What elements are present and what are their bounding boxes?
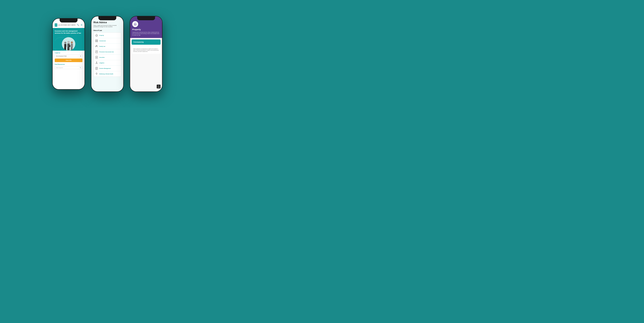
phone-1-screen: LP LC LEGAL PRACTITIONERS' LIABILITY COM… — [52, 19, 84, 89]
law-item-succession[interactable]: Personal & Succession law — [94, 49, 121, 55]
law-item-securities[interactable]: Securities — [94, 55, 121, 60]
property-description: Property work is technical and time crit… — [132, 31, 160, 36]
risk-advice-subtitle: Advice, support and resources to help ou… — [94, 25, 121, 28]
svg-rect-13 — [96, 40, 96, 41]
law-label-litigation: Litigation — [99, 62, 104, 64]
lplc-logo: LP LC LEGAL PRACTITIONERS' LIABILITY COM… — [55, 23, 76, 27]
phone-1-content: I want to Go to Insurance Portal ▼ View … — [52, 51, 84, 89]
phone-3: Property Property work is technical and … — [130, 16, 162, 92]
keyword-search-input[interactable]: Enter Keyword 🔍 — [55, 66, 82, 69]
phone-2-content: Risk Advice Advice, support and resource… — [92, 16, 123, 91]
property-title: Property — [132, 28, 160, 31]
svg-rect-15 — [96, 41, 96, 42]
svg-point-17 — [96, 45, 96, 46]
law-item-property[interactable]: Property — [94, 33, 121, 38]
search-placeholder: Enter Keyword — [56, 67, 63, 68]
insurance-portal-select[interactable]: Go to Insurance Portal ▼ — [55, 55, 82, 57]
law-label-wellbeing: Wellbeing & Mental Health — [99, 73, 113, 75]
phone-2: Risk Advice Advice, support and resource… — [91, 16, 124, 92]
conveyancing-card[interactable]: Conveyancing — [132, 39, 160, 45]
notch-2 — [98, 16, 116, 20]
search-icon[interactable]: 🔍 — [77, 24, 79, 26]
law-list: Property Commercial — [94, 32, 121, 77]
law-label-practice-management: Practice Management — [99, 68, 111, 69]
risk-advice-title: Risk Advice — [94, 21, 121, 24]
law-item-family-law[interactable]: Family Law — [94, 44, 121, 49]
conveyancing-body-card: Claims arising from conveyancing are reg… — [132, 46, 160, 54]
svg-rect-12 — [69, 45, 70, 47]
svg-point-4 — [68, 41, 70, 43]
hero-people-image — [62, 37, 75, 51]
chevron-down-icon: ▼ — [80, 55, 81, 57]
svg-rect-24 — [96, 56, 98, 59]
svg-point-25 — [96, 57, 97, 58]
law-label-securities: Securities — [99, 57, 105, 58]
i-want-to-label: I want to — [55, 52, 82, 54]
svg-rect-9 — [71, 44, 73, 47]
law-label-family-law: Family Law — [99, 46, 105, 47]
law-item-practice-management[interactable]: Practice Management — [94, 66, 121, 71]
property-icon-circle — [132, 21, 138, 27]
svg-rect-1 — [64, 44, 66, 47]
phone-1: LP LC LEGAL PRACTITIONERS' LIABILITY COM… — [52, 18, 85, 90]
svg-point-26 — [96, 62, 97, 62]
svg-point-0 — [64, 42, 66, 44]
svg-point-8 — [71, 41, 73, 43]
phone-3-content: Conveyancing Claims arising from conveya… — [130, 38, 162, 91]
select-value: Go to Insurance Portal — [56, 55, 66, 57]
view-info-button[interactable]: View info — [55, 58, 82, 62]
lplc-box: LP LC — [55, 23, 57, 27]
law-item-litigation[interactable]: Litigation — [94, 60, 121, 66]
find-resources-label: Find Resources — [55, 64, 82, 65]
up-arrow-icon: ⇧ — [158, 85, 159, 87]
conveyancing-title: Conveyancing — [134, 41, 159, 43]
search-icon[interactable]: 🔍 — [80, 67, 81, 68]
svg-point-18 — [96, 45, 97, 46]
notch-1 — [60, 19, 78, 22]
svg-rect-16 — [97, 41, 98, 42]
law-item-wellbeing[interactable]: Wellbeing & Mental Health — [94, 71, 121, 76]
law-label-property: Property — [99, 35, 104, 36]
notch-3 — [137, 16, 155, 20]
area-of-law-label: Area of Law — [94, 30, 121, 31]
svg-point-19 — [96, 46, 96, 47]
hero-image-area — [55, 36, 82, 51]
svg-rect-6 — [68, 47, 68, 50]
law-item-commercial[interactable]: Commercial — [94, 38, 121, 44]
law-label-succession: Personal & Succession law — [99, 51, 114, 52]
hero-title: Insurance and risk management services f… — [55, 30, 82, 34]
top-label: TOP — [158, 87, 160, 88]
menu-icon[interactable]: ☰ — [81, 24, 82, 26]
svg-rect-7 — [68, 47, 70, 50]
phone-1-hero: Insurance and risk management services f… — [52, 28, 84, 51]
svg-rect-3 — [65, 47, 66, 50]
back-to-top-button[interactable]: ⇧ TOP — [157, 85, 160, 88]
phone-1-header-icons: 🔍 ☰ — [77, 24, 82, 26]
scene: LP LC LEGAL PRACTITIONERS' LIABILITY COM… — [0, 0, 215, 108]
conveyancing-body-text: Claims arising from conveyancing are reg… — [133, 48, 159, 52]
lplc-text: LEGAL PRACTITIONERS' LIABILITY COMMITTEE — [58, 24, 76, 26]
svg-rect-14 — [97, 40, 98, 41]
phone-3-screen: Property Property work is technical and … — [130, 16, 162, 91]
law-label-commercial: Commercial — [99, 40, 106, 41]
phone-2-screen: Risk Advice Advice, support and resource… — [92, 16, 123, 91]
